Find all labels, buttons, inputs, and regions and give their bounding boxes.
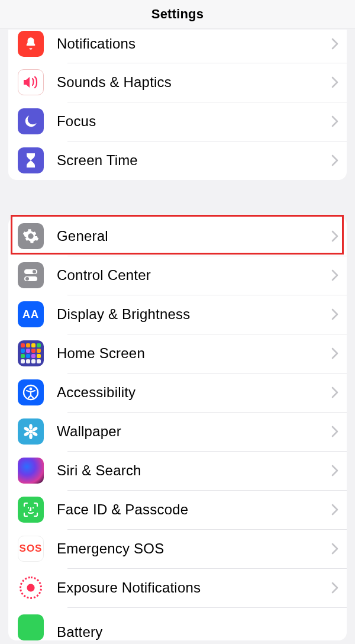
app-grid-icon: [18, 340, 44, 366]
header: Settings: [0, 0, 355, 28]
svg-point-7: [29, 424, 33, 429]
row-label: Notifications: [57, 36, 331, 52]
row-label: Emergency SOS: [57, 540, 331, 557]
face-id-icon: [18, 497, 44, 523]
accessibility-icon: [18, 379, 44, 405]
hourglass-icon: [18, 147, 44, 173]
svg-point-10: [29, 434, 33, 439]
speaker-icon: [18, 69, 44, 95]
siri-icon: [18, 458, 44, 484]
moon-icon: [18, 108, 44, 134]
page-title: Settings: [151, 7, 204, 22]
sos-text: SOS: [20, 543, 43, 555]
row-siri-search[interactable]: Siri & Search: [8, 451, 347, 490]
row-control-center[interactable]: Control Center: [8, 256, 347, 295]
chevron-right-icon: [331, 230, 338, 242]
battery-icon: [18, 614, 44, 640]
row-wallpaper[interactable]: Wallpaper: [8, 412, 347, 451]
flower-icon: [18, 418, 44, 445]
svg-point-3: [25, 277, 29, 281]
chevron-right-icon: [331, 426, 338, 437]
settings-group-2: General Control Center AA Display & Brig…: [8, 217, 347, 640]
chevron-right-icon: [331, 154, 338, 166]
text-size-icon: AA: [18, 301, 44, 327]
chevron-right-icon: [331, 269, 338, 281]
settings-group-1: Notifications Sounds & Haptics Focus: [8, 30, 347, 180]
row-label: Focus: [57, 113, 331, 130]
chevron-right-icon: [331, 76, 338, 88]
row-label: Control Center: [57, 267, 331, 284]
row-battery[interactable]: Battery: [8, 607, 347, 640]
row-label: Accessibility: [57, 384, 331, 401]
chevron-right-icon: [331, 387, 338, 398]
chevron-right-icon: [331, 543, 338, 555]
chevron-right-icon: [331, 582, 338, 594]
row-display-brightness[interactable]: AA Display & Brightness: [8, 295, 347, 334]
svg-point-2: [33, 270, 36, 273]
settings-scroll: Notifications Sounds & Haptics Focus: [0, 30, 355, 640]
row-home-screen[interactable]: Home Screen: [8, 334, 347, 373]
row-exposure-notifications[interactable]: Exposure Notifications: [8, 568, 347, 607]
row-label: Display & Brightness: [57, 306, 331, 323]
chevron-right-icon: [331, 347, 338, 359]
row-label: Battery: [57, 624, 340, 640]
chevron-right-icon: [331, 504, 338, 516]
gear-icon: [18, 223, 44, 249]
row-label: Face ID & Passcode: [57, 501, 331, 518]
svg-point-6: [29, 430, 33, 434]
svg-point-14: [33, 507, 34, 508]
sos-icon: SOS: [18, 536, 44, 562]
row-emergency-sos[interactable]: SOS Emergency SOS: [8, 529, 347, 568]
svg-point-13: [28, 507, 29, 508]
row-label: Wallpaper: [57, 423, 331, 440]
row-accessibility[interactable]: Accessibility: [8, 373, 347, 412]
row-screen-time[interactable]: Screen Time: [8, 141, 347, 180]
row-face-id-passcode[interactable]: Face ID & Passcode: [8, 490, 347, 529]
exposure-icon: [18, 575, 44, 601]
chevron-right-icon: [331, 465, 338, 476]
svg-point-5: [30, 388, 33, 391]
row-notifications[interactable]: Notifications: [8, 30, 347, 63]
toggles-icon: [18, 262, 44, 288]
row-focus[interactable]: Focus: [8, 102, 347, 141]
row-label: Screen Time: [57, 152, 331, 169]
chevron-right-icon: [331, 308, 338, 320]
row-label: Exposure Notifications: [57, 579, 331, 596]
row-label: General: [57, 228, 331, 244]
row-general[interactable]: General: [8, 217, 347, 256]
bell-icon: [18, 31, 44, 57]
chevron-right-icon: [331, 38, 338, 50]
row-label: Siri & Search: [57, 462, 331, 479]
row-sounds-haptics[interactable]: Sounds & Haptics: [8, 63, 347, 102]
chevron-right-icon: [331, 115, 338, 127]
row-label: Sounds & Haptics: [57, 74, 331, 91]
row-label: Home Screen: [57, 345, 331, 362]
